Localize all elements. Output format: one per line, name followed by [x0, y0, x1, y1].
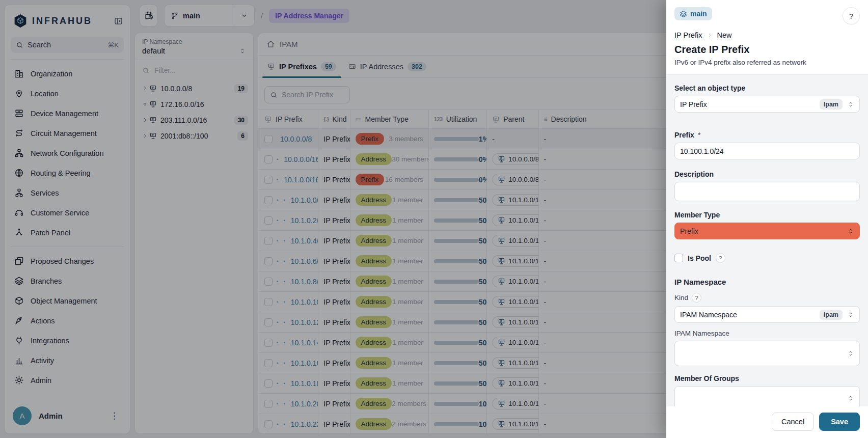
member-of-groups-label: Member Of Groups: [674, 374, 860, 382]
panel-title: Create IP Prefix: [674, 44, 860, 56]
chevron-updown-icon: [847, 350, 854, 357]
help-button[interactable]: ?: [843, 7, 860, 24]
prefix-input[interactable]: [680, 147, 854, 155]
member-type-value: Prefix: [680, 227, 847, 235]
kind-select[interactable]: IPAM Namespace Ipam: [674, 306, 860, 323]
chevron-updown-icon: [847, 395, 854, 402]
prefix-input-wrap: [674, 143, 860, 159]
is-pool-help-icon[interactable]: ?: [716, 253, 725, 263]
create-form: Select an object type IP Prefix Ipam Pre…: [666, 74, 868, 406]
ipam-namespace-select[interactable]: [674, 341, 860, 366]
chevron-updown-icon: [847, 228, 854, 235]
panel-breadcrumb: IP Prefix New: [674, 31, 860, 39]
member-type-label: Member Type: [674, 211, 860, 219]
namespace-type-badge: Ipam: [820, 99, 843, 110]
prefix-field-label: Prefix*: [674, 131, 860, 139]
cancel-button[interactable]: Cancel: [772, 413, 814, 431]
ipam-namespace-label: IPAM Namespace: [674, 330, 860, 337]
required-mark: *: [698, 131, 700, 139]
breadcrumb-parent[interactable]: IP Prefix: [674, 31, 702, 39]
branch-badge: main: [674, 7, 712, 20]
namespace-type-badge: Ipam: [820, 310, 843, 320]
create-ip-prefix-panel: main ? IP Prefix New Create IP Prefix IP…: [666, 0, 868, 438]
chevron-updown-icon: [847, 101, 854, 108]
is-pool-label: Is Pool: [688, 254, 711, 262]
chevron-updown-icon: [847, 311, 854, 318]
description-textarea[interactable]: [674, 182, 860, 201]
kind-help-icon[interactable]: ?: [692, 293, 701, 303]
member-type-select[interactable]: Prefix: [674, 223, 860, 239]
description-label: Description: [674, 170, 860, 178]
save-button[interactable]: Save: [819, 413, 860, 431]
member-of-groups-select[interactable]: [674, 386, 860, 406]
kind-value: IPAM Namespace: [680, 311, 820, 319]
panel-footer: Cancel Save: [666, 406, 868, 438]
kind-label: Kind?: [674, 293, 860, 303]
panel-header: main ? IP Prefix New Create IP Prefix IP…: [666, 0, 868, 74]
breadcrumb-current: New: [717, 31, 732, 39]
object-type-select[interactable]: IP Prefix Ipam: [674, 96, 860, 113]
is-pool-checkbox[interactable]: [674, 254, 683, 262]
chevron-right-icon: [707, 32, 713, 39]
object-type-label: Select an object type: [674, 84, 860, 92]
panel-subtitle: IPv6 or IPv4 prefix also referred as net…: [674, 59, 860, 66]
ip-namespace-section-title: IP Namespace: [674, 278, 860, 286]
object-type-value: IP Prefix: [680, 100, 820, 108]
layers-icon: [680, 10, 687, 18]
modal-backdrop[interactable]: [0, 0, 666, 438]
